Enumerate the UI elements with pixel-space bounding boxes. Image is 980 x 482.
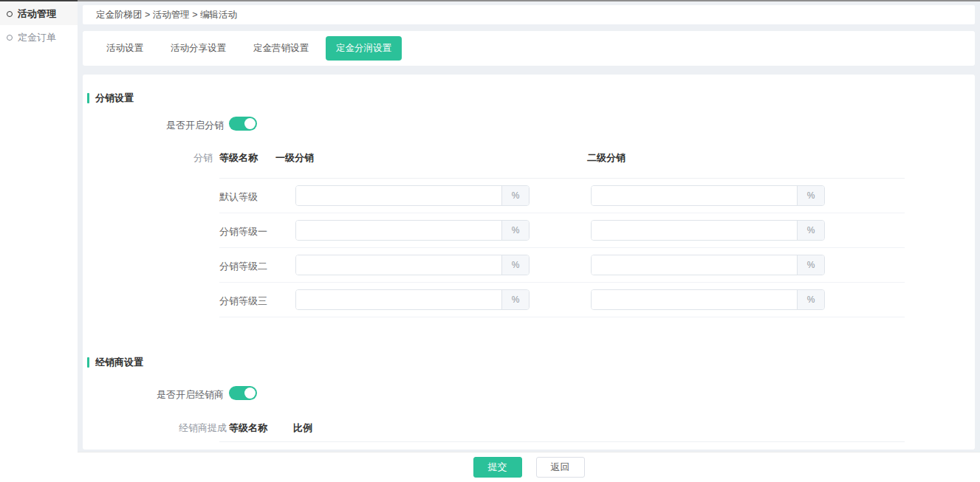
toggle-knob bbox=[244, 388, 256, 399]
dealer-table-label: 经销商提成 bbox=[83, 421, 227, 435]
default-level-level2-input[interactable] bbox=[592, 186, 797, 205]
percent-suffix: % bbox=[797, 290, 824, 309]
sidebar-item-label: 活动管理 bbox=[18, 7, 56, 21]
level1-row-level1-input[interactable] bbox=[296, 221, 501, 240]
column-header-level2: 二级分销 bbox=[587, 151, 626, 165]
column-header-ratio: 比例 bbox=[293, 421, 312, 435]
row-label: 默认等级 bbox=[219, 190, 258, 204]
column-header-dealer-level-name: 等级名称 bbox=[229, 421, 267, 435]
column-header-level1: 一级分销 bbox=[275, 151, 314, 165]
level2-input-group: % bbox=[591, 220, 825, 241]
breadcrumb: 定金阶梯团 > 活动管理 > 编辑活动 bbox=[83, 5, 975, 24]
section-marker-bar bbox=[87, 93, 89, 103]
level3-row-level1-input[interactable] bbox=[296, 290, 501, 309]
table-row-level-3: 分销等级三 % % bbox=[219, 283, 905, 317]
level1-input-group: % bbox=[295, 220, 530, 241]
sidebar: 活动管理 定金订单 bbox=[0, 1, 78, 482]
percent-suffix: % bbox=[797, 186, 824, 205]
settings-panel: 分销设置 是否开启分销 分销 等级名称 一级分销 二级分销 默认等级 % % 分… bbox=[83, 75, 975, 450]
level1-row-level2-input[interactable] bbox=[592, 221, 797, 240]
sidebar-item-label: 定金订单 bbox=[18, 31, 56, 44]
distribution-toggle[interactable] bbox=[229, 117, 257, 131]
column-header-level-name: 等级名称 bbox=[219, 151, 258, 165]
tab-activity-settings[interactable]: 活动设置 bbox=[96, 36, 154, 61]
sidebar-item-deposit-orders[interactable]: 定金订单 bbox=[0, 27, 78, 49]
level2-input-group: % bbox=[591, 185, 825, 206]
level2-input-group: % bbox=[591, 255, 825, 275]
table-row-level-2: 分销等级二 % % bbox=[219, 248, 905, 283]
action-bar: 提交 返回 bbox=[78, 452, 980, 482]
back-button[interactable]: 返回 bbox=[536, 457, 585, 478]
circle-icon bbox=[7, 11, 13, 17]
row-label: 分销等级三 bbox=[219, 295, 267, 308]
level3-row-level2-input[interactable] bbox=[592, 290, 797, 309]
level2-row-level2-input[interactable] bbox=[592, 255, 797, 275]
dealer-table-header-divider bbox=[219, 441, 905, 442]
table-row-default-level: 默认等级 % % bbox=[219, 179, 905, 213]
distribution-toggle-label: 是否开启分销 bbox=[83, 119, 224, 132]
tab-activity-share-settings[interactable]: 活动分享设置 bbox=[160, 36, 236, 61]
toggle-knob bbox=[244, 118, 256, 129]
percent-suffix: % bbox=[797, 221, 824, 240]
dealer-section-title: 经销商设置 bbox=[87, 356, 143, 369]
row-label: 分销等级二 bbox=[219, 260, 267, 273]
percent-suffix: % bbox=[797, 255, 824, 275]
breadcrumb-text: 定金阶梯团 > 活动管理 > 编辑活动 bbox=[96, 9, 237, 21]
dealer-toggle[interactable] bbox=[229, 386, 257, 400]
percent-suffix: % bbox=[501, 255, 529, 275]
percent-suffix: % bbox=[501, 290, 529, 309]
percent-suffix: % bbox=[501, 186, 529, 205]
distribution-table-label: 分销 bbox=[83, 151, 213, 165]
distribution-section-title: 分销设置 bbox=[87, 92, 134, 105]
row-label: 分销等级一 bbox=[219, 225, 267, 238]
sidebar-item-activity-management[interactable]: 活动管理 bbox=[0, 3, 78, 25]
circle-icon bbox=[7, 35, 13, 41]
level1-input-group: % bbox=[295, 255, 530, 275]
tab-bar: 活动设置 活动分享设置 定金营销设置 定金分润设置 bbox=[83, 31, 975, 66]
content-area: 定金阶梯团 > 活动管理 > 编辑活动 活动设置 活动分享设置 定金营销设置 定… bbox=[83, 1, 975, 450]
percent-suffix: % bbox=[501, 221, 529, 240]
level2-row-level1-input[interactable] bbox=[296, 255, 501, 275]
level2-input-group: % bbox=[591, 289, 825, 310]
table-row-level-1: 分销等级一 % % bbox=[219, 213, 905, 248]
level1-input-group: % bbox=[295, 185, 530, 206]
dealer-toggle-label: 是否开启经销商 bbox=[83, 388, 224, 402]
submit-button[interactable]: 提交 bbox=[473, 457, 522, 478]
level1-input-group: % bbox=[295, 289, 530, 310]
section-marker-bar bbox=[87, 357, 89, 368]
tab-deposit-profit-settings[interactable]: 定金分润设置 bbox=[326, 36, 402, 61]
default-level-level1-input[interactable] bbox=[296, 186, 501, 205]
tab-deposit-marketing-settings[interactable]: 定金营销设置 bbox=[243, 36, 319, 61]
